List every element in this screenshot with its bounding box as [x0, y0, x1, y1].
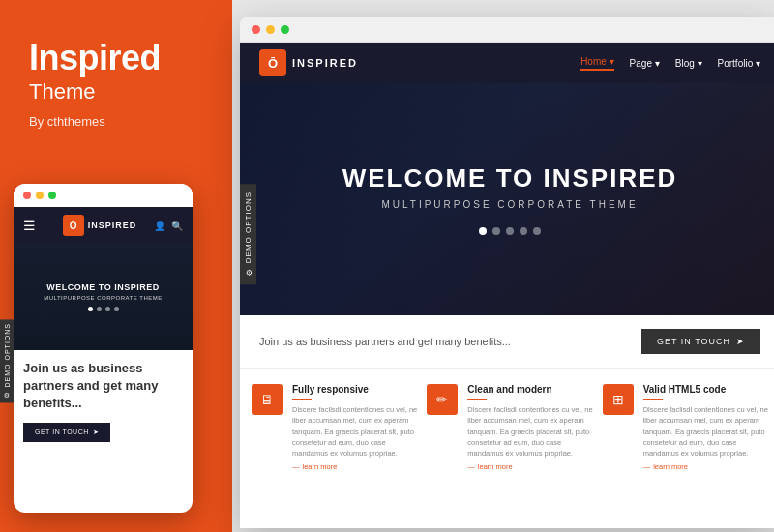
mobile-window-controls	[14, 184, 193, 207]
mobile-dot-2	[97, 307, 102, 311]
settings-icon: ⚙	[3, 390, 11, 399]
feature-divider-1	[292, 399, 312, 400]
feature-link-responsive[interactable]: — learn more	[292, 462, 417, 471]
site-logo-text: INSPIRED	[292, 57, 358, 69]
site-hero: WELCOME TO INSPIRED MULTIPURPOSE CORPORA…	[240, 83, 774, 315]
site-hero-subtitle: MULTIPURPOSE CORPORATE THEME	[381, 199, 638, 210]
site-dot-5	[533, 227, 541, 235]
demo-options-tab[interactable]: ⚙ DEMO OPTIONS	[240, 184, 256, 284]
settings-icon-side: ⚙	[244, 267, 253, 277]
feature-title-modern: Clean and modern	[467, 384, 592, 395]
arrow-icon: ➤	[93, 429, 100, 436]
mobile-minimize-dot	[36, 192, 44, 199]
cta-bar: Join us as business partners and get man…	[240, 315, 774, 369]
feature-link-modern[interactable]: — learn more	[467, 462, 592, 471]
feature-divider-2	[467, 399, 487, 400]
nav-link-portfolio[interactable]: Portfolio ▾	[718, 58, 760, 69]
demo-options-label-mobile: DEMO OPTIONS	[4, 323, 11, 387]
demo-options-label: DEMO OPTIONS	[244, 192, 253, 263]
left-panel: Inspired Theme By cththemes ☰ Ō INSPIRED…	[0, 0, 232, 532]
feature-desc-responsive: Dlscere facllsdl contentlones cu vel, ne…	[292, 404, 417, 458]
mobile-nav-icons: 👤 🔍	[154, 221, 183, 231]
mobile-logo-text: INSPIRED	[88, 221, 137, 230]
mobile-logo: Ō INSPIRED	[63, 215, 137, 236]
feature-desc-modern: Dlscere facllsdl contentlones cu vel, ne…	[467, 404, 592, 458]
site-dot-4	[520, 227, 527, 235]
dash-icon-3: —	[643, 462, 651, 471]
site-dot-3	[506, 227, 514, 235]
nav-link-blog[interactable]: Blog ▾	[675, 58, 702, 69]
feature-content-responsive: Fully responsive Dlscere facllsdl conten…	[292, 384, 417, 471]
nav-link-home[interactable]: Home ▾	[580, 56, 613, 71]
site-slider-dots	[479, 227, 541, 235]
dash-icon-1: —	[292, 462, 300, 471]
cta-text: Join us as business partners and get man…	[259, 336, 511, 347]
theme-author: By cththemes	[29, 114, 203, 129]
feature-title-responsive: Fully responsive	[292, 384, 417, 395]
mobile-dot-4	[114, 307, 119, 311]
cta-arrow-icon: ➤	[736, 337, 745, 346]
site-dot-1	[479, 227, 487, 235]
browser-expand-dot	[281, 25, 289, 34]
feature-item-modern: ✏ Clean and modern Dlscere facllsdl cont…	[427, 384, 592, 471]
feature-divider-3	[643, 399, 663, 400]
mobile-hero-subtitle: MULTIPURPOSE CORPORATE THEME	[44, 295, 163, 301]
feature-title-html5: Valid HTML5 code	[643, 384, 768, 395]
mobile-hero-title: WELCOME TO INSPIRED	[46, 282, 159, 292]
search-icon: 🔍	[171, 221, 183, 231]
mobile-navbar: ☰ Ō INSPIRED 👤 🔍	[14, 207, 193, 244]
site-logo-icon: Ō	[259, 49, 286, 76]
hamburger-icon: ☰	[23, 218, 36, 233]
feature-item-responsive: 🖥 Fully responsive Dlscere facllsdl cont…	[252, 384, 417, 471]
mobile-logo-icon: Ō	[63, 215, 84, 236]
mobile-dot-3	[105, 307, 110, 311]
mobile-expand-dot	[48, 192, 56, 199]
mobile-hero: WELCOME TO INSPIRED MULTIPURPOSE CORPORA…	[14, 244, 193, 350]
pencil-icon: ✏	[436, 392, 448, 407]
cta-button[interactable]: GET IN TOUCH ➤	[641, 329, 760, 354]
feature-content-modern: Clean and modern Dlscere facllsdl conten…	[467, 384, 592, 471]
features-row: 🖥 Fully responsive Dlscere facllsdl cont…	[240, 369, 774, 487]
dash-icon-2: —	[467, 462, 475, 471]
site-dot-2	[492, 227, 500, 235]
site-navbar: Ō INSPIRED Home ▾ Page ▾ Blog ▾ Portfoli…	[240, 43, 774, 83]
theme-title: Inspired	[29, 39, 203, 77]
theme-subtitle: Theme	[29, 79, 203, 104]
browser-bar	[240, 17, 774, 43]
browser-minimize-dot	[266, 25, 275, 34]
mobile-content: Join us as business partners and get man…	[14, 350, 193, 452]
feature-desc-html5: Dlscere facllsdl contentlones cu vel, ne…	[643, 404, 768, 458]
browser-mockup: Ō INSPIRED Home ▾ Page ▾ Blog ▾ Portfoli…	[240, 17, 774, 528]
mobile-cta-button[interactable]: GET IN TOUCH ➤	[23, 423, 110, 442]
feature-link-html5[interactable]: — learn more	[643, 462, 768, 471]
mobile-slider-dots	[88, 307, 119, 311]
mobile-mockup: ☰ Ō INSPIRED 👤 🔍 WELCOME TO INSPIRED MUL…	[14, 184, 193, 513]
feature-item-html5: ⊞ Valid HTML5 code Dlscere facllsdl cont…	[603, 384, 768, 471]
mobile-close-dot	[23, 192, 31, 199]
mobile-dot-1	[88, 307, 93, 311]
nav-link-page[interactable]: Page ▾	[630, 58, 660, 69]
cta-button-label: GET IN TOUCH	[657, 337, 730, 346]
mobile-btn-label: GET IN TOUCH	[35, 429, 89, 435]
monitor-icon: 🖥	[260, 392, 274, 407]
mobile-join-text: Join us as business partners and get man…	[23, 360, 183, 413]
site-nav-links: Home ▾ Page ▾ Blog ▾ Portfolio ▾	[580, 56, 760, 71]
browser-close-dot	[252, 25, 260, 34]
feature-icon-html5: ⊞	[603, 384, 634, 415]
user-icon: 👤	[154, 221, 165, 231]
feature-icon-modern: ✏	[427, 384, 458, 415]
site-hero-title: WELCOME TO INSPIRED	[342, 163, 678, 193]
feature-icon-responsive: 🖥	[252, 384, 283, 415]
demo-options-tab-mobile[interactable]: ⚙ DEMO OPTIONS	[0, 319, 14, 402]
feature-content-html5: Valid HTML5 code Dlscere facllsdl conten…	[643, 384, 768, 471]
site-logo: Ō INSPIRED	[259, 49, 358, 76]
code-icon: ⊞	[612, 392, 624, 407]
